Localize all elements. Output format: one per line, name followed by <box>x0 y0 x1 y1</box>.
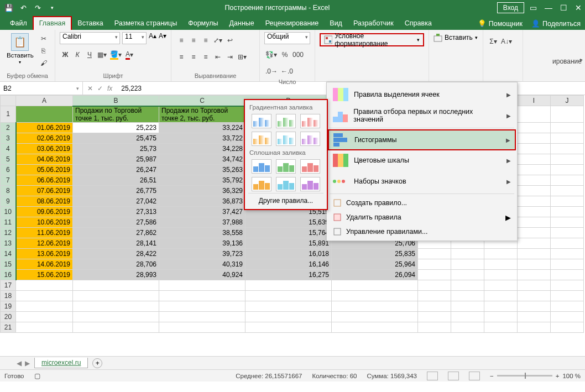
cell[interactable] <box>159 280 246 290</box>
cell[interactable] <box>551 301 584 311</box>
cell[interactable]: 07.06.2019 <box>16 185 73 196</box>
cell[interactable]: 37,988 <box>159 217 246 227</box>
cell[interactable] <box>518 227 551 238</box>
row-header[interactable]: 16 <box>1 269 16 280</box>
cell[interactable] <box>551 133 584 143</box>
row-header[interactable]: 4 <box>1 143 16 154</box>
cell[interactable]: 26,51 <box>73 175 159 185</box>
cell[interactable] <box>246 322 332 332</box>
cell[interactable]: 16,018 <box>246 248 332 259</box>
cell[interactable] <box>16 290 73 301</box>
cell[interactable]: 28,993 <box>73 269 159 280</box>
cell[interactable] <box>73 322 159 332</box>
cell[interactable]: 25,223 <box>73 122 159 133</box>
cf-highlight-rules[interactable]: Правила выделения ячеек▶ <box>328 84 515 105</box>
cell[interactable]: 14.06.2019 <box>16 259 73 269</box>
cell[interactable] <box>484 280 518 290</box>
row-header[interactable]: 6 <box>1 164 16 175</box>
cell[interactable] <box>518 217 551 227</box>
cf-color-scales[interactable]: Цветовые шкалы▶ <box>328 150 515 171</box>
cell[interactable] <box>16 280 73 290</box>
cell[interactable] <box>451 301 484 311</box>
solid-orange[interactable] <box>252 177 271 191</box>
cell[interactable]: 09.06.2019 <box>16 206 73 217</box>
cell[interactable]: 11.06.2019 <box>16 227 73 238</box>
cell[interactable]: 03.06.2019 <box>16 143 73 154</box>
cell[interactable]: 02.06.2019 <box>16 133 73 143</box>
cell[interactable]: 36,873 <box>159 196 246 206</box>
undo-icon[interactable]: ↶ <box>18 2 29 13</box>
cell[interactable] <box>484 290 518 301</box>
col-header[interactable]: B <box>73 96 159 106</box>
cell[interactable]: 01.06.2019 <box>16 122 73 133</box>
cell[interactable] <box>332 301 418 311</box>
row-header[interactable]: 7 <box>1 175 16 185</box>
view-layout-icon[interactable] <box>448 372 459 380</box>
cell[interactable] <box>418 248 451 259</box>
cell[interactable]: 15.06.2019 <box>16 269 73 280</box>
cell[interactable]: 40,924 <box>159 269 246 280</box>
cell[interactable] <box>484 269 518 280</box>
cell[interactable]: 37,427 <box>159 206 246 217</box>
cell[interactable] <box>16 301 73 311</box>
cell[interactable] <box>551 106 584 123</box>
zoom-slider[interactable]: − + 100 % <box>490 373 581 379</box>
row-header[interactable]: 3 <box>1 133 16 143</box>
cell[interactable] <box>551 238 584 248</box>
row-header[interactable]: 11 <box>1 217 16 227</box>
cell[interactable] <box>484 248 518 259</box>
tab-formulas[interactable]: Формулы <box>182 17 223 30</box>
login-button[interactable]: Вход <box>497 2 524 13</box>
cell[interactable]: 25,73 <box>73 143 159 154</box>
cell[interactable] <box>451 269 484 280</box>
row-header[interactable]: 9 <box>1 196 16 206</box>
cell[interactable] <box>451 311 484 322</box>
cell[interactable] <box>551 248 584 259</box>
cell[interactable] <box>451 248 484 259</box>
ribbon-display-icon[interactable]: ▭ <box>530 3 537 12</box>
cell[interactable] <box>451 259 484 269</box>
cell[interactable]: 33,722 <box>159 133 246 143</box>
cell[interactable]: 16,275 <box>246 269 332 280</box>
row-header[interactable]: 17 <box>1 280 16 290</box>
autosum-icon[interactable]: Σ▾ <box>488 35 499 48</box>
row-header[interactable]: 14 <box>1 248 16 259</box>
cell[interactable]: 28,706 <box>73 259 159 269</box>
close-icon[interactable]: ✕ <box>575 3 582 12</box>
minimize-icon[interactable]: — <box>545 3 552 12</box>
tab-home[interactable]: Главная <box>33 16 72 30</box>
cell[interactable]: 15,891 <box>246 238 332 248</box>
cell[interactable] <box>418 269 451 280</box>
cell[interactable] <box>518 301 551 311</box>
decrease-font-icon[interactable]: A▾ <box>159 32 166 44</box>
col-header[interactable] <box>1 96 16 106</box>
cell[interactable] <box>73 301 159 311</box>
prev-sheet-icon[interactable]: ◀ <box>17 359 22 367</box>
cell[interactable] <box>518 248 551 259</box>
cf-new-rule[interactable]: Создать правило... <box>328 196 515 210</box>
cell[interactable] <box>332 322 418 332</box>
enter-formula-icon[interactable]: ✓ <box>97 85 103 92</box>
cell[interactable] <box>518 143 551 154</box>
redo-icon[interactable]: ↷ <box>32 2 43 13</box>
cell[interactable]: 12.06.2019 <box>16 238 73 248</box>
insert-cells-button[interactable]: Вставить▾ <box>433 33 478 42</box>
cell[interactable] <box>418 290 451 301</box>
gradient-green[interactable] <box>276 114 296 128</box>
border-button[interactable]: ▦▾ <box>96 49 108 61</box>
font-color-button[interactable]: A▾ <box>124 49 135 61</box>
row-header[interactable]: 8 <box>1 185 16 196</box>
row-header[interactable]: 1 <box>1 106 16 123</box>
tab-data[interactable]: Данные <box>224 17 260 30</box>
row-header[interactable]: 10 <box>1 206 16 217</box>
cell[interactable] <box>518 185 551 196</box>
cell[interactable] <box>332 290 418 301</box>
cell[interactable] <box>159 322 246 332</box>
cell[interactable]: 28,422 <box>73 248 159 259</box>
cell[interactable]: 15,639 <box>246 217 332 227</box>
cell[interactable]: 26,775 <box>73 185 159 196</box>
cell[interactable]: 06.06.2019 <box>16 175 73 185</box>
cell[interactable]: 27,862 <box>73 227 159 238</box>
cell[interactable] <box>451 280 484 290</box>
cell[interactable]: 26,094 <box>332 269 418 280</box>
